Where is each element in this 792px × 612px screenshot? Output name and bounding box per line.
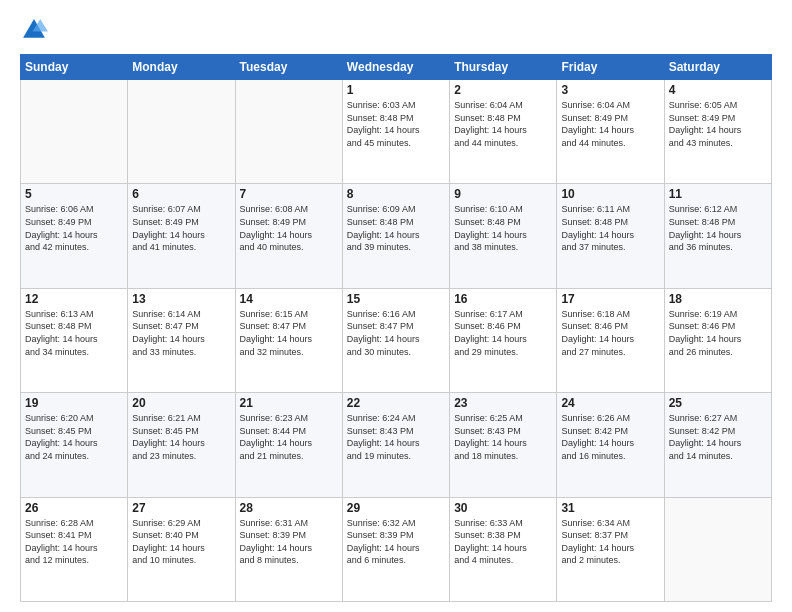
calendar-cell: 7Sunrise: 6:08 AM Sunset: 8:49 PM Daylig…	[235, 184, 342, 288]
calendar-cell: 27Sunrise: 6:29 AM Sunset: 8:40 PM Dayli…	[128, 497, 235, 601]
calendar-header-row: SundayMondayTuesdayWednesdayThursdayFrid…	[21, 55, 772, 80]
day-number: 5	[25, 187, 123, 201]
day-info: Sunrise: 6:09 AM Sunset: 8:48 PM Dayligh…	[347, 203, 445, 253]
day-number: 25	[669, 396, 767, 410]
day-number: 11	[669, 187, 767, 201]
calendar-week-row: 12Sunrise: 6:13 AM Sunset: 8:48 PM Dayli…	[21, 288, 772, 392]
calendar-cell: 28Sunrise: 6:31 AM Sunset: 8:39 PM Dayli…	[235, 497, 342, 601]
calendar-week-row: 1Sunrise: 6:03 AM Sunset: 8:48 PM Daylig…	[21, 80, 772, 184]
day-number: 7	[240, 187, 338, 201]
day-info: Sunrise: 6:17 AM Sunset: 8:46 PM Dayligh…	[454, 308, 552, 358]
calendar-header-thursday: Thursday	[450, 55, 557, 80]
day-info: Sunrise: 6:21 AM Sunset: 8:45 PM Dayligh…	[132, 412, 230, 462]
day-number: 17	[561, 292, 659, 306]
day-info: Sunrise: 6:28 AM Sunset: 8:41 PM Dayligh…	[25, 517, 123, 567]
day-info: Sunrise: 6:07 AM Sunset: 8:49 PM Dayligh…	[132, 203, 230, 253]
calendar-header-monday: Monday	[128, 55, 235, 80]
day-info: Sunrise: 6:34 AM Sunset: 8:37 PM Dayligh…	[561, 517, 659, 567]
calendar-header-saturday: Saturday	[664, 55, 771, 80]
calendar-cell	[664, 497, 771, 601]
day-number: 27	[132, 501, 230, 515]
calendar-cell: 12Sunrise: 6:13 AM Sunset: 8:48 PM Dayli…	[21, 288, 128, 392]
day-number: 16	[454, 292, 552, 306]
calendar-cell	[235, 80, 342, 184]
calendar-header-friday: Friday	[557, 55, 664, 80]
day-info: Sunrise: 6:13 AM Sunset: 8:48 PM Dayligh…	[25, 308, 123, 358]
calendar-cell: 21Sunrise: 6:23 AM Sunset: 8:44 PM Dayli…	[235, 393, 342, 497]
calendar-cell: 3Sunrise: 6:04 AM Sunset: 8:49 PM Daylig…	[557, 80, 664, 184]
day-info: Sunrise: 6:15 AM Sunset: 8:47 PM Dayligh…	[240, 308, 338, 358]
day-number: 23	[454, 396, 552, 410]
calendar-header-wednesday: Wednesday	[342, 55, 449, 80]
day-number: 28	[240, 501, 338, 515]
calendar-cell: 31Sunrise: 6:34 AM Sunset: 8:37 PM Dayli…	[557, 497, 664, 601]
calendar-cell: 6Sunrise: 6:07 AM Sunset: 8:49 PM Daylig…	[128, 184, 235, 288]
calendar-cell: 1Sunrise: 6:03 AM Sunset: 8:48 PM Daylig…	[342, 80, 449, 184]
day-number: 26	[25, 501, 123, 515]
day-info: Sunrise: 6:31 AM Sunset: 8:39 PM Dayligh…	[240, 517, 338, 567]
calendar-cell: 5Sunrise: 6:06 AM Sunset: 8:49 PM Daylig…	[21, 184, 128, 288]
day-info: Sunrise: 6:26 AM Sunset: 8:42 PM Dayligh…	[561, 412, 659, 462]
day-info: Sunrise: 6:14 AM Sunset: 8:47 PM Dayligh…	[132, 308, 230, 358]
logo-icon	[20, 16, 48, 44]
day-info: Sunrise: 6:08 AM Sunset: 8:49 PM Dayligh…	[240, 203, 338, 253]
day-info: Sunrise: 6:20 AM Sunset: 8:45 PM Dayligh…	[25, 412, 123, 462]
calendar-header-tuesday: Tuesday	[235, 55, 342, 80]
day-info: Sunrise: 6:12 AM Sunset: 8:48 PM Dayligh…	[669, 203, 767, 253]
calendar-cell	[21, 80, 128, 184]
calendar-cell: 29Sunrise: 6:32 AM Sunset: 8:39 PM Dayli…	[342, 497, 449, 601]
day-number: 15	[347, 292, 445, 306]
day-number: 1	[347, 83, 445, 97]
day-info: Sunrise: 6:11 AM Sunset: 8:48 PM Dayligh…	[561, 203, 659, 253]
calendar-cell: 11Sunrise: 6:12 AM Sunset: 8:48 PM Dayli…	[664, 184, 771, 288]
day-info: Sunrise: 6:25 AM Sunset: 8:43 PM Dayligh…	[454, 412, 552, 462]
day-info: Sunrise: 6:06 AM Sunset: 8:49 PM Dayligh…	[25, 203, 123, 253]
day-info: Sunrise: 6:10 AM Sunset: 8:48 PM Dayligh…	[454, 203, 552, 253]
day-number: 21	[240, 396, 338, 410]
calendar-cell: 13Sunrise: 6:14 AM Sunset: 8:47 PM Dayli…	[128, 288, 235, 392]
calendar-cell: 4Sunrise: 6:05 AM Sunset: 8:49 PM Daylig…	[664, 80, 771, 184]
day-info: Sunrise: 6:05 AM Sunset: 8:49 PM Dayligh…	[669, 99, 767, 149]
calendar-cell: 14Sunrise: 6:15 AM Sunset: 8:47 PM Dayli…	[235, 288, 342, 392]
day-number: 31	[561, 501, 659, 515]
calendar-cell: 18Sunrise: 6:19 AM Sunset: 8:46 PM Dayli…	[664, 288, 771, 392]
calendar-cell: 2Sunrise: 6:04 AM Sunset: 8:48 PM Daylig…	[450, 80, 557, 184]
calendar-week-row: 5Sunrise: 6:06 AM Sunset: 8:49 PM Daylig…	[21, 184, 772, 288]
day-info: Sunrise: 6:04 AM Sunset: 8:49 PM Dayligh…	[561, 99, 659, 149]
calendar-cell: 24Sunrise: 6:26 AM Sunset: 8:42 PM Dayli…	[557, 393, 664, 497]
calendar-cell: 15Sunrise: 6:16 AM Sunset: 8:47 PM Dayli…	[342, 288, 449, 392]
day-number: 8	[347, 187, 445, 201]
calendar-cell: 16Sunrise: 6:17 AM Sunset: 8:46 PM Dayli…	[450, 288, 557, 392]
page: SundayMondayTuesdayWednesdayThursdayFrid…	[0, 0, 792, 612]
day-number: 14	[240, 292, 338, 306]
day-info: Sunrise: 6:03 AM Sunset: 8:48 PM Dayligh…	[347, 99, 445, 149]
day-number: 18	[669, 292, 767, 306]
day-info: Sunrise: 6:32 AM Sunset: 8:39 PM Dayligh…	[347, 517, 445, 567]
calendar-cell: 25Sunrise: 6:27 AM Sunset: 8:42 PM Dayli…	[664, 393, 771, 497]
calendar-header-sunday: Sunday	[21, 55, 128, 80]
day-number: 9	[454, 187, 552, 201]
calendar-cell: 10Sunrise: 6:11 AM Sunset: 8:48 PM Dayli…	[557, 184, 664, 288]
day-number: 19	[25, 396, 123, 410]
day-info: Sunrise: 6:27 AM Sunset: 8:42 PM Dayligh…	[669, 412, 767, 462]
day-info: Sunrise: 6:23 AM Sunset: 8:44 PM Dayligh…	[240, 412, 338, 462]
calendar-cell: 9Sunrise: 6:10 AM Sunset: 8:48 PM Daylig…	[450, 184, 557, 288]
day-number: 2	[454, 83, 552, 97]
day-number: 3	[561, 83, 659, 97]
calendar-cell: 20Sunrise: 6:21 AM Sunset: 8:45 PM Dayli…	[128, 393, 235, 497]
day-info: Sunrise: 6:29 AM Sunset: 8:40 PM Dayligh…	[132, 517, 230, 567]
calendar-table: SundayMondayTuesdayWednesdayThursdayFrid…	[20, 54, 772, 602]
header	[20, 16, 772, 44]
day-info: Sunrise: 6:04 AM Sunset: 8:48 PM Dayligh…	[454, 99, 552, 149]
calendar-week-row: 26Sunrise: 6:28 AM Sunset: 8:41 PM Dayli…	[21, 497, 772, 601]
day-number: 20	[132, 396, 230, 410]
calendar-cell: 19Sunrise: 6:20 AM Sunset: 8:45 PM Dayli…	[21, 393, 128, 497]
calendar-cell: 23Sunrise: 6:25 AM Sunset: 8:43 PM Dayli…	[450, 393, 557, 497]
day-number: 10	[561, 187, 659, 201]
day-info: Sunrise: 6:33 AM Sunset: 8:38 PM Dayligh…	[454, 517, 552, 567]
day-number: 29	[347, 501, 445, 515]
calendar-cell: 8Sunrise: 6:09 AM Sunset: 8:48 PM Daylig…	[342, 184, 449, 288]
day-info: Sunrise: 6:18 AM Sunset: 8:46 PM Dayligh…	[561, 308, 659, 358]
day-info: Sunrise: 6:24 AM Sunset: 8:43 PM Dayligh…	[347, 412, 445, 462]
calendar-cell: 30Sunrise: 6:33 AM Sunset: 8:38 PM Dayli…	[450, 497, 557, 601]
